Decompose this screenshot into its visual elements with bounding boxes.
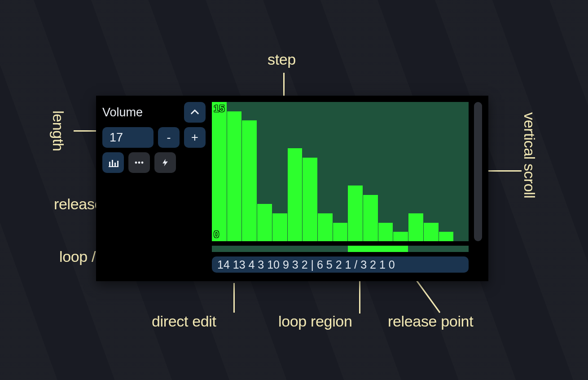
chart-bar[interactable]	[363, 195, 378, 241]
bolt-icon	[161, 157, 170, 168]
chart-bar[interactable]	[227, 111, 242, 241]
svg-rect-4	[117, 161, 118, 166]
chart-axis-min: 0	[214, 229, 219, 240]
annotation-length: length	[49, 110, 67, 151]
chart-bar[interactable]	[393, 232, 408, 241]
annotation-lead-direct-edit	[233, 283, 235, 313]
chart-bar[interactable]	[272, 213, 287, 241]
chart-bar[interactable]	[242, 120, 257, 241]
bars-tool-button[interactable]	[102, 152, 124, 173]
annotation-direct-edit: direct edit	[152, 313, 216, 330]
annotation-loop-region: loop region	[278, 313, 352, 330]
chart-axis-max: 15	[214, 103, 224, 115]
direct-edit-field[interactable]: 14 13 4 3 10 9 3 2 | 6 5 2 1 / 3 2 1 0	[212, 256, 469, 273]
svg-rect-3	[114, 163, 116, 166]
right-column: 15 0 14 13 4 3 10 9 3 2 | 6 5 2 1 / 3 2 …	[212, 96, 488, 281]
envelope-chart[interactable]: 15 0	[212, 102, 469, 241]
bars-icon	[108, 157, 118, 168]
release-mode-button[interactable]	[154, 152, 176, 173]
chart-bar[interactable]	[348, 186, 363, 241]
controls-column: Volume 17 - +	[96, 96, 212, 281]
length-input[interactable]: 17	[102, 127, 154, 148]
chart-bar[interactable]	[333, 223, 348, 241]
svg-rect-2	[112, 160, 113, 166]
svg-rect-5	[109, 166, 118, 167]
length-minus-button[interactable]: -	[158, 127, 180, 148]
annotation-lead-vertical-scroll	[487, 170, 522, 172]
annotation-vertical-scroll: vertical scroll	[521, 112, 538, 198]
envelope-title: Volume	[102, 106, 180, 119]
chart-bars	[212, 102, 469, 241]
loop-region-segment[interactable]	[348, 246, 408, 252]
chart-bar[interactable]	[212, 102, 227, 241]
chart-bar[interactable]	[303, 158, 317, 241]
svg-point-7	[138, 162, 140, 164]
collapse-button[interactable]	[184, 102, 206, 123]
chevron-up-icon	[190, 107, 200, 117]
length-value: 17	[110, 131, 123, 145]
length-plus-button[interactable]: +	[184, 127, 206, 148]
more-icon	[134, 157, 145, 168]
chart-bar[interactable]	[439, 232, 454, 241]
chart-bar[interactable]	[288, 148, 303, 241]
chart-bar[interactable]	[378, 223, 393, 241]
chart-bar[interactable]	[408, 213, 423, 241]
direct-edit-text: 14 13 4 3 10 9 3 2 | 6 5 2 1 / 3 2 1 0	[217, 258, 395, 271]
loop-release-strip[interactable]	[212, 246, 469, 252]
chart-bar[interactable]	[318, 213, 333, 241]
svg-point-8	[141, 162, 144, 164]
svg-point-6	[135, 162, 137, 164]
more-tool-button[interactable]	[128, 152, 150, 173]
envelope-editor-panel: Volume 17 - +	[96, 96, 488, 281]
chart-bar[interactable]	[424, 223, 439, 241]
annotation-step: step	[268, 51, 296, 68]
chart-bar[interactable]	[257, 204, 272, 241]
svg-rect-1	[109, 162, 110, 166]
vertical-scrollbar[interactable]	[474, 102, 482, 241]
